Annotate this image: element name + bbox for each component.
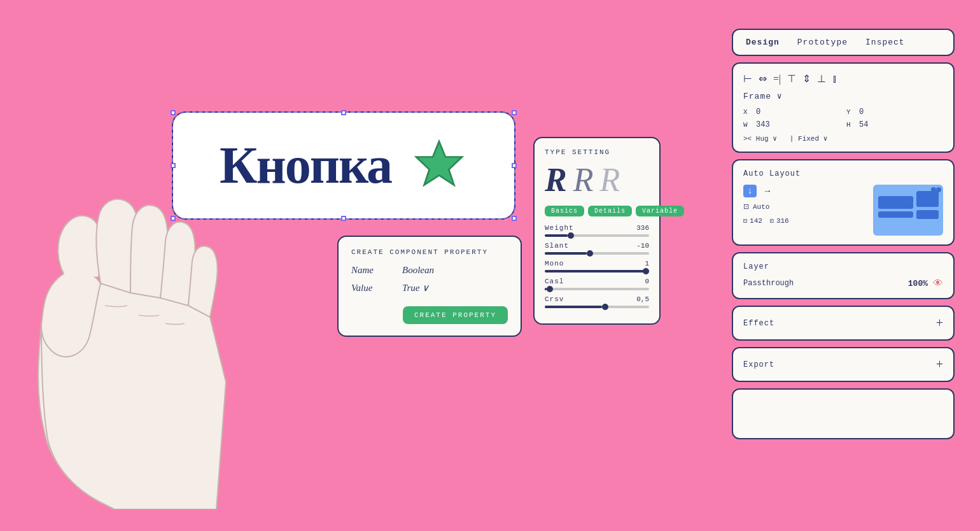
y-label: Y	[846, 108, 855, 116]
x-label: X	[743, 108, 752, 116]
type-setting-panel: Type Setting R R R Basics Details Variab…	[533, 137, 661, 325]
weight-label: Weight	[545, 224, 574, 232]
export-title: Export	[743, 360, 774, 369]
tabs-bar: Design Prototype Inspect	[732, 29, 955, 56]
bottom-section	[732, 388, 955, 439]
mono-label: Mono	[545, 260, 564, 267]
tab-inspect[interactable]: Inspect	[865, 38, 905, 47]
slant-label: Slant	[545, 242, 569, 250]
size-w-icon: ⊡	[743, 217, 747, 225]
w-value: 343	[756, 120, 770, 129]
direction-right-icon[interactable]: →	[763, 186, 772, 196]
slant-track[interactable]	[545, 252, 649, 255]
svg-marker-0	[416, 141, 462, 185]
align-icons-row: ⊢ ⇔ =| ⊤ ⇕ ⊥ ⫿	[743, 73, 943, 85]
slant-slider-row: Slant -10	[545, 242, 649, 255]
weight-slider-row: Weight 336	[545, 224, 649, 237]
effect-add-button[interactable]: +	[936, 316, 943, 330]
button-card-text: Кнопка	[220, 136, 391, 195]
tab-design[interactable]: Design	[746, 38, 780, 47]
size-h-icon: ⊡	[770, 217, 774, 225]
size-w-value: 142	[750, 217, 762, 225]
align-right-icon[interactable]: =|	[773, 73, 781, 85]
handle-bm[interactable]	[341, 216, 346, 221]
star-icon	[410, 137, 468, 194]
handle-tr[interactable]	[512, 110, 517, 115]
w-label: W	[743, 121, 752, 129]
export-section: Export +	[732, 347, 955, 382]
mono-track[interactable]	[545, 270, 649, 273]
mono-slider-row: Mono 1	[545, 260, 649, 273]
svg-point-6	[931, 187, 936, 192]
svg-rect-5	[916, 210, 939, 219]
align-left-icon[interactable]: ⊢	[743, 73, 752, 85]
auto-layout-grid	[873, 185, 943, 236]
r-light: R	[599, 164, 620, 197]
frame-section: ⊢ ⇔ =| ⊤ ⇕ ⊥ ⫿ Frame ∨ X 0 Y 0 W 343 H	[732, 62, 955, 153]
weight-track[interactable]	[545, 234, 649, 237]
h-label: H	[846, 121, 855, 129]
handle-tm[interactable]	[341, 110, 346, 115]
mono-value: 1	[645, 260, 649, 267]
align-top-icon[interactable]: ⊤	[787, 73, 796, 85]
auto-label: Auto	[753, 203, 769, 211]
value-value: True ∨	[402, 282, 429, 294]
casl-value: 0	[645, 278, 649, 285]
create-property-button[interactable]: Create property	[403, 306, 508, 324]
crsv-slider-row: Crsv 0,5	[545, 295, 649, 308]
hug-label[interactable]: >< Hug ∨	[743, 134, 777, 143]
name-label: Name	[351, 265, 402, 276]
weight-value: 336	[636, 224, 649, 232]
fixed-label[interactable]: | Fixed ∨	[790, 134, 827, 143]
layer-section: Layer Passthrough 100% 👁	[732, 252, 955, 299]
passthrough-label: Passthrough	[743, 279, 794, 288]
casl-track[interactable]	[545, 288, 649, 290]
r-bold: R	[545, 164, 567, 197]
slant-value: -10	[636, 242, 649, 250]
type-setting-title: Type Setting	[545, 148, 649, 156]
passthrough-value: 100%	[908, 279, 928, 288]
svg-rect-2	[878, 196, 913, 209]
export-add-button[interactable]: +	[936, 357, 943, 372]
svg-point-7	[936, 187, 941, 192]
y-value: 0	[859, 108, 864, 117]
tag-variable[interactable]: Variable	[636, 206, 684, 216]
component-property-card: Create component property Name Boolean V…	[337, 236, 522, 337]
eye-icon[interactable]: 👁	[933, 278, 943, 289]
button-card: Кнопка	[172, 111, 515, 220]
right-panel: Design Prototype Inspect ⊢ ⇔ =| ⊤ ⇕ ⊥ ⫿ …	[732, 29, 955, 446]
layer-title: Layer	[743, 262, 943, 271]
crsv-track[interactable]	[545, 306, 649, 308]
svg-rect-4	[916, 191, 939, 207]
direction-down-icon[interactable]: ↓	[743, 185, 757, 197]
component-card-title: Create component property	[351, 248, 508, 256]
x-value: 0	[756, 108, 760, 117]
crsv-label: Crsv	[545, 295, 564, 303]
name-value: Boolean	[402, 265, 434, 276]
effect-section: Effect +	[732, 306, 955, 341]
svg-rect-3	[878, 211, 913, 218]
align-bottom-icon[interactable]: ⊥	[817, 73, 826, 85]
auto-frame-icon: ⊡	[743, 202, 749, 211]
frame-title: Frame ∨	[743, 91, 943, 101]
tag-details[interactable]: Details	[588, 206, 632, 216]
distribute-h-icon[interactable]: ⫿	[832, 73, 837, 85]
handle-lm[interactable]	[171, 163, 176, 168]
handle-rm[interactable]	[512, 163, 517, 168]
crsv-value: 0,5	[636, 295, 649, 303]
value-label: Value	[351, 283, 402, 294]
handle-bl[interactable]	[171, 216, 176, 221]
handle-br[interactable]	[512, 216, 517, 221]
tag-basics[interactable]: Basics	[545, 206, 584, 216]
tab-prototype[interactable]: Prototype	[797, 38, 848, 47]
effect-title: Effect	[743, 319, 774, 328]
handle-tl[interactable]	[171, 110, 176, 115]
auto-layout-title: Auto Layout	[743, 169, 943, 178]
h-value: 54	[859, 120, 868, 129]
r-medium: R	[573, 164, 594, 197]
align-center-v-icon[interactable]: ⇕	[802, 73, 811, 85]
align-center-h-icon[interactable]: ⇔	[759, 73, 767, 85]
casl-label: Casl	[545, 278, 564, 285]
size-h-value: 316	[776, 217, 789, 225]
casl-slider-row: Casl 0	[545, 278, 649, 290]
